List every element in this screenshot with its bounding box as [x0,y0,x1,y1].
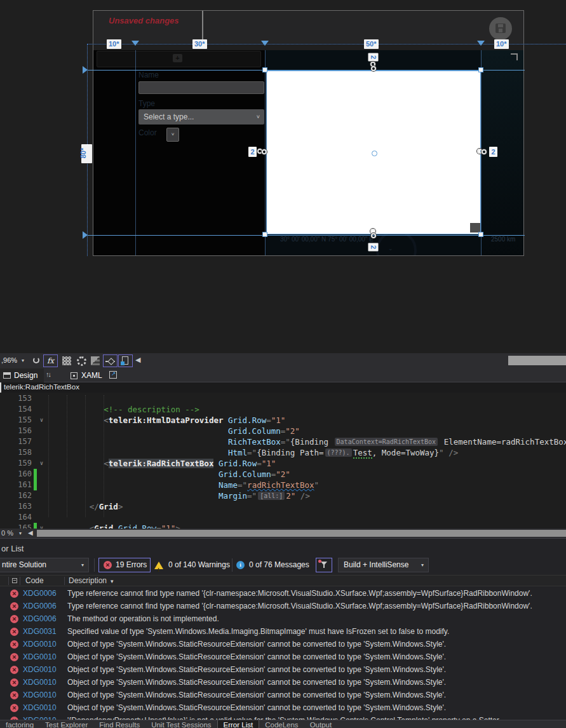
column-width-label[interactable]: 10* [107,39,121,49]
add-folder-icon[interactable]: + [173,54,182,62]
error-code[interactable]: XDG0010 [23,640,57,649]
error-row[interactable]: ×XDG0010Object of type 'System.Windows.S… [0,638,566,651]
errors-filter-button[interactable]: × 19 Errors [98,558,151,572]
error-code[interactable]: XDG0010 [23,652,57,661]
column-width-label[interactable]: 30* [192,39,207,49]
messages-filter-button[interactable]: i 0 of 76 Messages [236,558,309,572]
scope-dropdown[interactable]: ntire Solution▾ [0,558,89,572]
bottom-tab-error-list[interactable]: Error List [217,720,260,728]
collapse-left-icon[interactable]: ◀ [135,356,140,364]
bottom-tab-codelens[interactable]: CodeLens [259,720,304,728]
code-line[interactable]: 156 Grid.Column="2" [0,426,566,436]
bottom-tab-unit-test-sessions[interactable]: Unit Test Sessions [145,720,217,728]
breadcrumb[interactable]: telerik:RadRichTextBox [4,383,79,391]
type-dropdown[interactable]: Select a type... ˅ [138,109,264,125]
column-width-label[interactable]: 10* [494,39,509,49]
margin-anchor-icon[interactable] [370,62,377,72]
code-line[interactable]: 157 RichTextBox="{Binding DataContext=Ra… [0,436,566,447]
error-code[interactable]: XDG0031 [23,627,57,636]
margin-label-bottom[interactable]: 2 [368,243,379,252]
fold-chevron-icon[interactable]: ∨ [37,415,46,426]
resize-handle[interactable] [478,232,483,237]
error-row[interactable]: ×XDG0010Object of type 'System.Windows.S… [0,689,566,702]
margin-anchor-icon[interactable] [370,229,377,239]
zoom-select[interactable]: ,96% [1,356,17,364]
margin-label-top[interactable]: 2 [368,53,379,62]
error-code[interactable]: XDG0010 [23,678,57,687]
margin-label-left[interactable]: 2 [248,147,257,157]
error-row[interactable]: ×XDG0031Specified value of type 'System.… [0,626,566,638]
designer-h-scrollbar[interactable] [508,356,566,365]
margin-anchor-icon[interactable] [477,149,488,155]
resize-gripper[interactable] [470,223,480,233]
code-line[interactable]: 160 Grid.Column="2" [0,469,566,480]
element-center-anchor[interactable] [372,151,377,156]
code-line[interactable]: 164 [0,512,566,523]
margin-label-right[interactable]: 2 [489,147,497,157]
error-code[interactable]: XDG0006 [23,602,57,610]
column-splitter-marker[interactable] [131,41,139,46]
resize-handle[interactable] [262,232,267,237]
resize-handle[interactable] [262,67,267,72]
error-row[interactable]: ×XDG0006Type reference cannot find type … [0,600,566,613]
tab-design[interactable]: Design [0,368,44,382]
code-line[interactable]: 155∨ <telerik:HtmlDataProvider Grid.Row=… [0,415,566,426]
error-code[interactable]: XDG0010 [23,703,57,712]
effects-toggle-button[interactable]: fx [43,354,58,367]
editor-h-scrollbar[interactable] [37,530,566,537]
column-splitter-marker[interactable] [261,41,269,46]
popout-icon[interactable] [109,371,117,379]
column-splitter-marker[interactable] [477,41,485,46]
snap-grid-icon[interactable] [91,356,100,365]
save-icon[interactable] [489,17,512,40]
xaml-code-editor[interactable]: 153154 <!-- description -->155∨ <telerik… [0,393,566,529]
error-row[interactable]: ×XDG0010Object of type 'System.Windows.S… [0,677,566,689]
code-line[interactable]: 165∨ <Grid Grid.Row="1"> [0,523,566,529]
snaplines-toggle-button[interactable] [103,354,118,367]
column-width-label[interactable]: 50* [364,39,379,49]
bottom-tab-factoring[interactable]: factoring [0,720,39,728]
code-line[interactable]: 158 Html="{Binding Path=(???).Test, Mode… [0,447,566,458]
refresh-icon[interactable] [33,357,39,363]
severity-sort-icon[interactable] [12,578,17,583]
code-line[interactable]: 159∨ <telerik:RadRichTextBox Grid.Row="1… [0,458,566,469]
error-row[interactable]: ×XDG0006Type reference cannot find type … [0,588,566,600]
code-line[interactable]: 162 Margin="[all:]2" /> [0,490,566,501]
bottom-tab-find-results[interactable]: Find Results [93,720,145,728]
code-line[interactable]: 161 Name="radRichTextBox" [0,480,566,490]
editor-zoom-select[interactable]: 0 % [1,529,13,537]
error-row[interactable]: ×XDG0010Object of type 'System.Windows.S… [0,702,566,715]
error-code[interactable]: XDG0006 [23,589,57,598]
error-row[interactable]: ×XDG0006The method or operation is not i… [0,613,566,626]
error-row[interactable]: ×XDG0010Object of type 'System.Windows.S… [0,651,566,664]
error-code[interactable]: XDG0010 [23,691,57,699]
code-line[interactable]: 153 [0,393,566,404]
build-intellisense-dropdown[interactable]: Build + IntelliSense▾ [338,558,429,572]
error-code[interactable]: XDG0006 [23,614,57,623]
chevron-down-icon[interactable]: ▾ [19,530,22,536]
code-line[interactable]: 163 </Grid> [0,501,566,512]
error-code[interactable]: XDG0010 [23,665,57,674]
disable-project-code-button[interactable] [118,354,133,367]
scroll-left-icon[interactable]: ◀ [28,529,33,536]
gear-icon[interactable] [77,356,86,366]
filter-button[interactable] [316,558,332,572]
error-row[interactable]: ×XDG0010Object of type 'System.Windows.S… [0,664,566,677]
fold-chevron-icon[interactable]: ∨ [37,523,46,529]
warnings-filter-button[interactable]: 0 of 140 Warnings [154,558,230,572]
fold-chevron-icon[interactable]: ∨ [37,458,46,469]
chevron-down-icon[interactable]: ▾ [22,358,24,363]
column-header-description[interactable]: Description▾ [69,576,114,585]
bottom-tab-test-explorer[interactable]: Test Explorer [39,720,93,728]
tab-xaml[interactable]: XAML [69,368,107,382]
row-height-label[interactable]: 80* [81,144,92,163]
resize-handle[interactable] [478,67,483,72]
show-grid-icon[interactable] [62,356,71,365]
swap-panes-icon[interactable]: ↑↓ [46,370,50,378]
bottom-tab-output[interactable]: Output [304,720,338,728]
code-line[interactable]: 154 <!-- description --> [0,404,566,415]
column-header-code[interactable]: Code [25,576,44,585]
margin-anchor-icon[interactable] [257,149,268,155]
color-dropdown[interactable]: ˅ [166,128,179,142]
name-textbox[interactable] [138,81,264,94]
